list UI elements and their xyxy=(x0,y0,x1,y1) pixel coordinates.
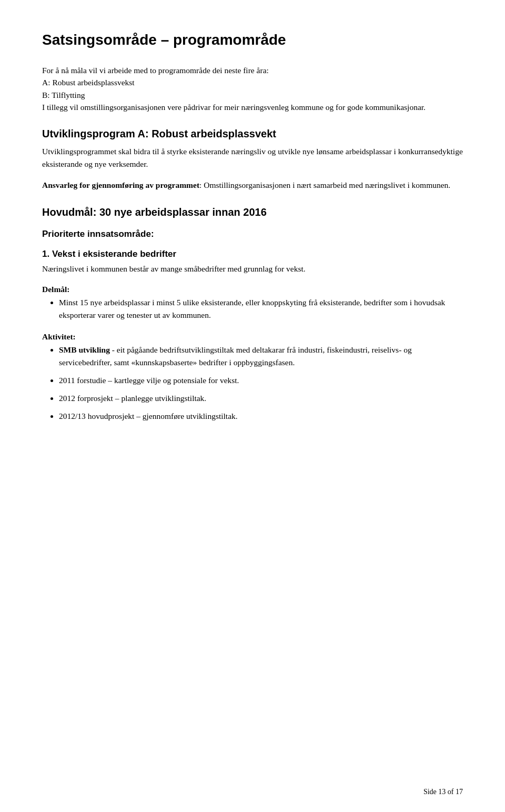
footer-text: Side 13 of 17 xyxy=(423,788,463,796)
aktivitet-item-3: 2012 forprosjekt – planlegge utviklingst… xyxy=(59,392,463,405)
aktivitet-item-1-text: - eit pågåande bedriftsutviklingstiltak … xyxy=(59,345,412,367)
page-container: Satsingsområde – programområde For å nå … xyxy=(0,0,505,812)
ansvarleg-label: Ansvarleg for gjennomføring av programme… xyxy=(42,181,199,189)
aktivitet-item-1: SMB utvikling - eit pågåande bedriftsutv… xyxy=(59,344,463,369)
page-title: Satsingsområde – programområde xyxy=(42,32,463,48)
intro-line1: For å nå måla vil vi arbeide med to prog… xyxy=(42,66,269,75)
aktivitet-item-4: 2012/13 hovudprosjekt – gjennomføre utvi… xyxy=(59,410,463,423)
delmaal-label: Delmål: xyxy=(42,285,463,294)
numbered-heading: 1. Vekst i eksisterande bedrifter xyxy=(42,249,463,259)
page-footer: Side 13 of 17 xyxy=(423,788,463,796)
vekst-description: Næringslivet i kommunen består av mange … xyxy=(42,263,463,275)
prioriterte-heading: Prioriterte innsatsområde: xyxy=(42,229,463,239)
section1-body: Utviklingsprogrammet skal bidra til å st… xyxy=(42,145,463,171)
program-c: I tillegg vil omstillingsorganisasjonen … xyxy=(42,103,426,112)
aktivitet-item-3-text: 2012 forprosjekt – planlegge utviklingst… xyxy=(59,394,206,403)
aktivitet-item-1-bold: SMB utvikling xyxy=(59,345,110,354)
delmaal-list: Minst 15 nye arbeidsplassar i minst 5 ul… xyxy=(59,296,463,322)
program-b: B: Tilflytting xyxy=(42,91,85,99)
aktivitet-item-2-text: 2011 forstudie – kartlegge vilje og pote… xyxy=(59,376,239,385)
aktivitet-item-4-text: 2012/13 hovudprosjekt – gjennomføre utvi… xyxy=(59,412,238,420)
intro-paragraph: For å nå måla vil vi arbeide med to prog… xyxy=(42,64,463,113)
aktivitet-item-2: 2011 forstudie – kartlegge vilje og pote… xyxy=(59,374,463,387)
aktivitet-label: Aktivitet: xyxy=(42,332,463,342)
ansvarleg-paragraph: Ansvarleg for gjennomføring av programme… xyxy=(42,179,463,192)
section1-heading: Utviklingsprogram A: Robust arbeidsplass… xyxy=(42,128,463,140)
delmaal-item-1: Minst 15 nye arbeidsplassar i minst 5 ul… xyxy=(59,296,463,322)
ansvarleg-body: : Omstillingsorganisasjonen i nært samar… xyxy=(199,181,450,189)
program-a: A: Robust arbeidsplassvekst xyxy=(42,78,135,87)
aktivitet-list: SMB utvikling - eit pågåande bedriftsutv… xyxy=(59,344,463,423)
hovudmal-heading: Hovudmål: 30 nye arbeidsplassar innan 20… xyxy=(42,206,463,218)
